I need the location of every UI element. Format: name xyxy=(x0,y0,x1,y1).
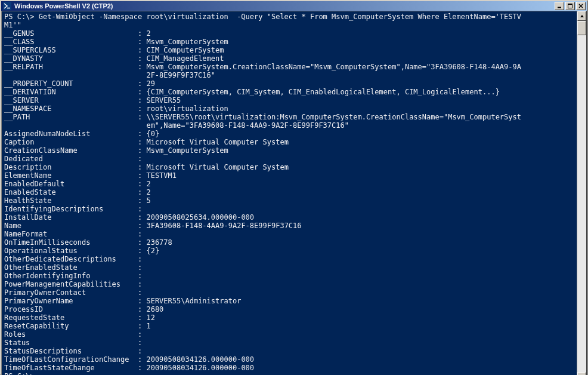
property-value: 20090508034126.000000-000 xyxy=(146,364,254,372)
property-key: __CLASS xyxy=(4,38,134,46)
minimize-button[interactable] xyxy=(555,2,564,10)
prompt-line[interactable]: PS C:\> xyxy=(4,372,574,375)
property-key: Dedicated xyxy=(4,155,134,163)
property-value: {2} xyxy=(146,247,159,255)
property-key: Status xyxy=(4,339,134,347)
property-row: __DYNASTY : CIM_ManagedElement xyxy=(4,54,574,63)
property-value: 12 xyxy=(146,313,154,322)
property-value: 2 xyxy=(146,188,150,196)
property-row: OtherDedicatedDescriptions : xyxy=(4,255,574,263)
property-key: HealthState xyxy=(4,196,134,205)
property-row: EnabledDefault : 2 xyxy=(4,180,574,188)
property-key: __DERIVATION xyxy=(4,88,134,96)
property-value: CIM_ComputerSystem xyxy=(146,46,224,54)
property-value-cont: em",Name="3FA39608-F148-4AA9-9A2F-8E99F9… xyxy=(4,121,574,130)
property-separator: : xyxy=(134,130,147,138)
property-row: __GENUS : 2 xyxy=(4,29,574,38)
scroll-down-button[interactable] xyxy=(577,372,586,375)
property-separator: : xyxy=(134,113,147,121)
scroll-up-button[interactable] xyxy=(577,11,586,21)
property-key: __SERVER xyxy=(4,96,134,104)
property-row: AssignedNumaNodeList : {0} xyxy=(4,130,574,138)
property-key: EnabledState xyxy=(4,188,134,196)
property-value: {0} xyxy=(146,130,159,138)
property-row: Dedicated : xyxy=(4,155,574,163)
property-value: 2 xyxy=(146,180,150,188)
property-row: InstallDate : 20090508025634.000000-000 xyxy=(4,213,574,222)
prompt-line: PS C:\> Get-WmiObject -Namespace root\vi… xyxy=(4,13,574,21)
property-value: 2680 xyxy=(146,305,163,313)
property-separator: : xyxy=(134,238,147,247)
property-key: OtherIdentifyingInfo xyxy=(4,272,134,280)
property-separator: : xyxy=(134,222,147,230)
property-key: IdentifyingDescriptions xyxy=(4,205,134,213)
property-separator: : xyxy=(134,339,147,347)
prompt-line-cont: M1'" xyxy=(4,21,574,29)
property-separator: : xyxy=(134,96,147,104)
property-value: Msvm_ComputerSystem.CreationClassName="M… xyxy=(146,63,521,71)
property-row: RequestedState : 12 xyxy=(4,313,574,322)
property-row: __NAMESPACE : root\virtualization xyxy=(4,104,574,113)
property-row: Roles : xyxy=(4,330,574,339)
property-value: 20090508025634.000000-000 xyxy=(146,213,254,222)
property-value: Microsoft Virtual Computer System xyxy=(146,163,288,171)
property-key: OperationalStatus xyxy=(4,247,134,255)
property-row: __CLASS : Msvm_ComputerSystem xyxy=(4,38,574,46)
property-key: CreationClassName xyxy=(4,146,134,155)
property-separator: : xyxy=(134,163,147,171)
property-separator: : xyxy=(134,155,147,163)
scroll-track[interactable] xyxy=(577,21,586,372)
vertical-scrollbar[interactable] xyxy=(577,11,586,375)
property-separator: : xyxy=(134,272,147,280)
property-row: TimeOfLastConfigurationChange : 20090508… xyxy=(4,355,574,364)
property-row: OperationalStatus : {2} xyxy=(4,247,574,255)
property-key: ElementName xyxy=(4,171,134,180)
property-separator: : xyxy=(134,305,147,313)
titlebar[interactable]: Windows PowerShell V2 (CTP2) xyxy=(1,1,587,11)
close-button[interactable] xyxy=(576,2,586,10)
maximize-button[interactable] xyxy=(565,2,575,10)
property-row: TimeOfLastStateChange : 20090508034126.0… xyxy=(4,364,574,372)
property-row: NameFormat : xyxy=(4,230,574,238)
property-row: __PATH : \\SERVER55\root\virtualization:… xyxy=(4,113,574,121)
property-value: Msvm_ComputerSystem xyxy=(146,146,228,155)
property-row: ProcessID : 2680 xyxy=(4,305,574,313)
property-separator: : xyxy=(134,280,147,288)
property-key: __GENUS xyxy=(4,29,134,38)
property-value: TESTVM1 xyxy=(146,171,177,180)
property-key: EnabledDefault xyxy=(4,180,134,188)
scroll-thumb[interactable] xyxy=(577,21,586,35)
property-value: 2 xyxy=(146,29,150,38)
property-separator: : xyxy=(134,322,147,330)
property-separator: : xyxy=(134,205,147,213)
property-row: OtherIdentifyingInfo : xyxy=(4,272,574,280)
property-separator: : xyxy=(134,247,147,255)
property-value: Microsoft Virtual Computer System xyxy=(146,138,288,146)
property-separator: : xyxy=(134,330,147,339)
property-key: InstallDate xyxy=(4,213,134,222)
console-wrap: PS C:\> Get-WmiObject -Namespace root\vi… xyxy=(1,11,587,375)
property-value: 1 xyxy=(146,322,150,330)
property-row: __DERIVATION : {CIM_ComputerSystem, CIM_… xyxy=(4,88,574,96)
property-separator: : xyxy=(134,180,147,188)
property-row: PrimaryOwnerName : SERVER55\Administrato… xyxy=(4,297,574,305)
property-separator: : xyxy=(134,347,147,355)
property-separator: : xyxy=(134,29,147,38)
property-key: OnTimeInMilliseconds xyxy=(4,238,134,247)
console-output[interactable]: PS C:\> Get-WmiObject -Namespace root\vi… xyxy=(2,11,577,375)
property-separator: : xyxy=(134,255,147,263)
property-row: EnabledState : 2 xyxy=(4,188,574,196)
property-separator: : xyxy=(134,355,147,364)
property-separator: : xyxy=(134,230,147,238)
property-value: \\SERVER55\root\virtualization:Msvm_Comp… xyxy=(146,113,521,121)
property-value: SERVER55 xyxy=(146,96,181,104)
property-row: HealthState : 5 xyxy=(4,196,574,205)
property-row: Name : 3FA39608-F148-4AA9-9A2F-8E99F9F37… xyxy=(4,222,574,230)
property-value: 5 xyxy=(146,196,150,205)
property-row: StatusDescriptions : xyxy=(4,347,574,355)
window-title: Windows PowerShell V2 (CTP2) xyxy=(14,2,555,10)
property-row: __PROPERTY_COUNT : 29 xyxy=(4,79,574,88)
property-separator: : xyxy=(134,188,147,196)
property-separator: : xyxy=(134,63,147,71)
property-key: OtherEnabledState xyxy=(4,263,134,272)
